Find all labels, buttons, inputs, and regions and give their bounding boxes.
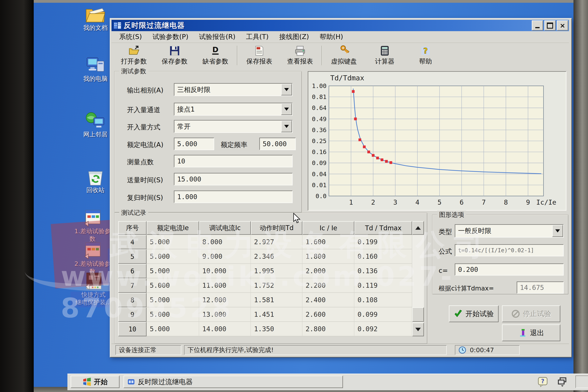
maximize-button[interactable] [544, 20, 556, 30]
table-cell[interactable]: 0.119 [354, 278, 412, 293]
feed-time-input[interactable] [174, 174, 292, 185]
toolbar-button-view-report[interactable]: 查看报表 [280, 44, 320, 67]
records-header-0[interactable]: 序号 [118, 221, 146, 235]
menu-item-4[interactable]: 工具(T) [241, 31, 274, 42]
curve-type-select[interactable]: 一般反时限 [455, 224, 564, 238]
points-field[interactable] [174, 155, 293, 168]
table-cell[interactable]: 8.000 [199, 235, 251, 249]
table-cell[interactable]: 11.000 [199, 278, 251, 293]
chevron-down-icon[interactable] [281, 103, 292, 115]
tdmax-field[interactable] [517, 282, 564, 294]
input-mode-select[interactable]: 常开 [174, 120, 293, 133]
toolbar-button-save-report[interactable]: 保存报表 [239, 44, 280, 67]
row-header[interactable]: 7 [118, 278, 146, 293]
rated-current-field[interactable] [174, 138, 214, 150]
formula-field[interactable] [455, 244, 564, 256]
table-cell[interactable]: 1.800 [302, 249, 354, 264]
row-header[interactable]: 10 [118, 322, 146, 336]
records-header-4[interactable]: Ic / Ie [302, 221, 354, 235]
table-cell[interactable]: 0.199 [354, 235, 412, 249]
table-cell[interactable]: 5.000 [146, 307, 199, 322]
rated-current-input[interactable] [174, 138, 214, 150]
toolbar-button-open-params[interactable]: 打开参数 [114, 44, 154, 67]
rated-freq-field[interactable] [259, 138, 296, 150]
table-cell[interactable]: 9.000 [199, 249, 251, 264]
table-cell[interactable]: 1.600 [302, 235, 354, 249]
menu-item-3[interactable]: 试验报告(R) [194, 31, 241, 42]
minimize-button[interactable] [532, 20, 543, 30]
chevron-down-icon[interactable] [281, 84, 292, 96]
toolbar-button-virtual-keyboard[interactable]: 虚拟键盘 [324, 44, 364, 67]
table-cell[interactable]: 0.108 [354, 293, 412, 307]
table-cell[interactable]: 5.000 [146, 322, 199, 336]
c-input[interactable] [455, 264, 563, 275]
table-cell[interactable]: 12.000 [199, 293, 251, 307]
row-header[interactable]: 9 [118, 307, 146, 322]
table-cell[interactable]: 1.995 [251, 264, 302, 278]
table-cell[interactable]: 1.581 [251, 293, 302, 307]
exit-button[interactable]: 退出 [502, 324, 560, 341]
output-phase-select[interactable]: 三相反时限 [174, 83, 293, 96]
table-cell[interactable]: 2.600 [302, 307, 354, 322]
table-cell[interactable]: 2.346 [251, 249, 302, 264]
window-stack-icon[interactable] [557, 376, 568, 387]
records-header-1[interactable]: 额定电流Ie [146, 221, 199, 235]
row-header[interactable]: 6 [118, 264, 146, 278]
table-cell[interactable]: 0.092 [354, 322, 412, 336]
table-cell[interactable]: 5.000 [146, 293, 199, 307]
table-cell[interactable]: 2.000 [302, 264, 354, 278]
start-menu-button[interactable]: 开始 [70, 376, 120, 388]
feed-time-field[interactable] [174, 173, 293, 186]
table-cell[interactable]: 0.160 [354, 249, 412, 264]
table-cell[interactable]: 10.000 [199, 264, 251, 278]
table-cell[interactable]: 1.350 [251, 322, 302, 336]
records-scrollbar[interactable] [412, 221, 424, 336]
close-button[interactable]: × [557, 20, 568, 30]
table-cell[interactable]: 0.099 [354, 307, 412, 322]
table-cell[interactable]: 0.136 [354, 264, 412, 278]
reset-time-input[interactable] [174, 191, 292, 202]
table-cell[interactable]: 14.000 [199, 322, 251, 336]
table-cell[interactable]: 5.000 [146, 249, 199, 264]
table-cell[interactable]: 1.451 [251, 307, 302, 322]
toolbar-button-help[interactable]: ?帮助 [405, 44, 446, 67]
menu-item-1[interactable]: 系统(S) [114, 31, 147, 42]
menu-item-2[interactable]: 试验参数(P) [147, 31, 194, 42]
scroll-down-button[interactable] [412, 322, 424, 336]
toolbar-button-calculator[interactable]: 计算器 [364, 44, 405, 67]
chevron-down-icon[interactable] [552, 225, 563, 237]
toolbar-button-default-params[interactable]: D缺省参数 [195, 44, 236, 67]
menu-item-6[interactable]: 帮助(H) [314, 31, 348, 42]
rated-freq-input[interactable] [260, 138, 295, 150]
table-cell[interactable]: 5.000 [146, 264, 199, 278]
taskbar-task-button[interactable]: 反时限过流继电器 [124, 376, 343, 388]
scroll-up-button[interactable] [412, 221, 424, 235]
chevron-down-icon[interactable] [281, 120, 292, 132]
title-bar[interactable]: 反时限过流继电器 × [112, 20, 569, 31]
records-header-5[interactable]: Td / Tdmax [354, 221, 412, 235]
table-cell[interactable]: 1.752 [251, 278, 302, 293]
menu-item-5[interactable]: 接线图(Z) [274, 31, 314, 42]
row-header[interactable]: 5 [118, 249, 146, 264]
table-cell[interactable]: 5.000 [146, 278, 199, 293]
formula-input[interactable] [455, 245, 563, 256]
row-header[interactable]: 4 [118, 235, 146, 249]
help-balloon-icon[interactable]: ? [538, 376, 548, 387]
table-cell[interactable]: 2.800 [302, 322, 354, 336]
row-header[interactable]: 8 [118, 293, 146, 307]
records-header-3[interactable]: 动作时间Td [251, 221, 302, 235]
input-channel-select[interactable]: 接点1 [174, 103, 293, 116]
start-test-button[interactable]: 开始试验 [449, 305, 498, 322]
table-cell[interactable]: 2.200 [302, 278, 354, 293]
table-cell[interactable]: 2.927 [251, 235, 302, 249]
reset-time-field[interactable] [174, 190, 293, 203]
toolbar-button-save-params[interactable]: 保存参数 [154, 44, 195, 67]
records-header-2[interactable]: 调试电流Ic [199, 221, 251, 235]
table-cell[interactable]: 13.000 [199, 307, 251, 322]
points-input[interactable] [174, 156, 292, 167]
table-cell[interactable]: 2.400 [302, 293, 354, 307]
scrollbar-thumb[interactable] [412, 307, 424, 322]
table-cell[interactable]: 5.000 [146, 235, 199, 249]
tdmax-input[interactable] [517, 282, 563, 293]
c-field[interactable] [455, 264, 564, 276]
